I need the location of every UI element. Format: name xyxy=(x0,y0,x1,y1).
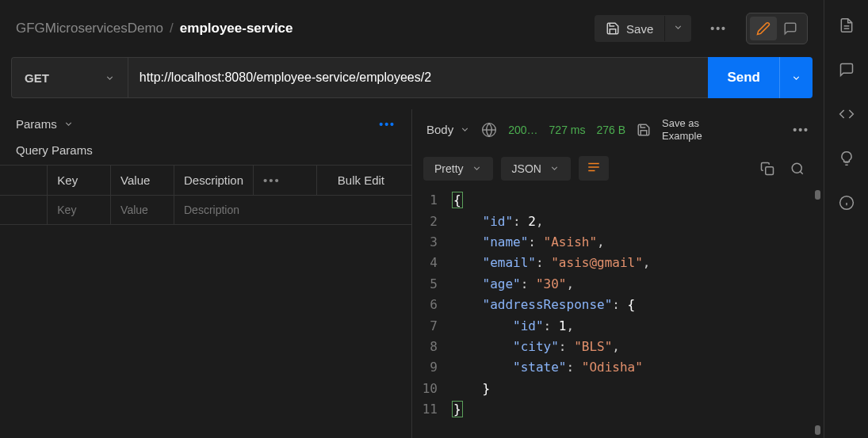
save-button-group: Save xyxy=(595,15,691,42)
query-params-header: Query Params xyxy=(0,139,411,165)
tab-body[interactable]: Body xyxy=(426,123,470,136)
code-line: 9 "state": "Odisha" xyxy=(412,357,824,378)
comment-mode-button[interactable] xyxy=(777,17,804,40)
pencil-icon xyxy=(756,21,770,36)
code-line: 11} xyxy=(412,399,824,420)
row-more[interactable]: ••• xyxy=(263,173,281,187)
code-line: 8 "city": "BLS", xyxy=(412,337,824,357)
breadcrumb: GFGMicroservicesDemo / employee-service xyxy=(16,21,585,36)
bulk-edit[interactable]: Bulk Edit xyxy=(327,173,384,187)
code-line: 10 } xyxy=(412,379,824,399)
breadcrumb-project[interactable]: GFGMicroservicesDemo xyxy=(16,21,163,36)
docs-icon[interactable] xyxy=(837,16,856,35)
more-actions[interactable]: ••• xyxy=(701,22,736,35)
code-icon[interactable] xyxy=(837,105,856,124)
scrollbar-bottom[interactable] xyxy=(815,425,820,435)
scrollbar-top[interactable] xyxy=(815,190,820,200)
url-input[interactable] xyxy=(128,57,709,98)
status-code: 200… xyxy=(508,124,537,136)
format-select[interactable]: JSON xyxy=(501,157,571,181)
chevron-down-icon xyxy=(791,73,801,83)
response-more[interactable]: ••• xyxy=(793,124,809,136)
right-sidebar xyxy=(824,0,868,438)
save-icon xyxy=(606,21,620,36)
breadcrumb-current: employee-service xyxy=(180,21,293,36)
col-key: Key xyxy=(48,166,111,196)
status-time: 727 ms xyxy=(549,124,586,136)
chevron-down-icon xyxy=(472,163,482,173)
code-line: 2 "id": 2, xyxy=(412,211,824,232)
code-line: 5 "age": "30", xyxy=(412,274,824,295)
code-line: 1{ xyxy=(412,190,824,211)
chevron-down-icon xyxy=(549,163,560,173)
comment-icon xyxy=(783,21,797,36)
info-icon[interactable] xyxy=(837,193,856,212)
hint-icon[interactable] xyxy=(837,149,856,168)
send-dropdown[interactable] xyxy=(779,57,813,98)
status-size: 276 B xyxy=(596,124,625,136)
code-line: 3 "name": "Asish", xyxy=(412,232,824,253)
chevron-down-icon xyxy=(105,73,115,83)
chevron-down-icon xyxy=(673,22,683,32)
col-value: Value xyxy=(111,166,174,196)
comments-icon[interactable] xyxy=(837,60,856,79)
save-as-example[interactable]: Save as Example xyxy=(662,117,702,142)
col-desc: Description xyxy=(174,166,253,196)
send-button[interactable]: Send xyxy=(708,57,779,98)
svg-line-7 xyxy=(800,171,802,173)
edit-mode-button[interactable] xyxy=(750,17,777,40)
save-button[interactable]: Save xyxy=(595,15,664,42)
wrap-icon xyxy=(587,162,601,173)
desc-input[interactable] xyxy=(184,204,402,216)
svg-point-6 xyxy=(792,163,801,173)
key-input[interactable] xyxy=(57,204,101,216)
search-icon[interactable] xyxy=(790,162,805,176)
response-body[interactable]: 1{2 "id": 2,3 "name": "Asish",4 "email":… xyxy=(412,187,824,438)
code-line: 7 "id": 1, xyxy=(412,316,824,337)
code-line: 4 "email": "asis@gmail", xyxy=(412,253,824,273)
save-dropdown[interactable] xyxy=(664,16,691,41)
chevron-down-icon xyxy=(460,124,470,135)
copy-icon[interactable] xyxy=(760,162,774,176)
wrap-toggle[interactable] xyxy=(579,156,609,181)
params-table: Key Value Description ••• Bulk Edit xyxy=(0,165,411,225)
tab-params[interactable]: Params xyxy=(16,117,74,131)
value-input[interactable] xyxy=(120,204,164,216)
method-select[interactable]: GET xyxy=(11,57,128,98)
svg-rect-5 xyxy=(766,166,774,174)
save-response-icon[interactable] xyxy=(637,123,651,137)
view-mode[interactable]: Pretty xyxy=(423,157,493,181)
params-more[interactable]: ••• xyxy=(379,118,396,131)
globe-icon[interactable] xyxy=(481,122,497,138)
code-line: 6 "addressResponse": { xyxy=(412,295,824,315)
chevron-down-icon xyxy=(63,119,74,129)
